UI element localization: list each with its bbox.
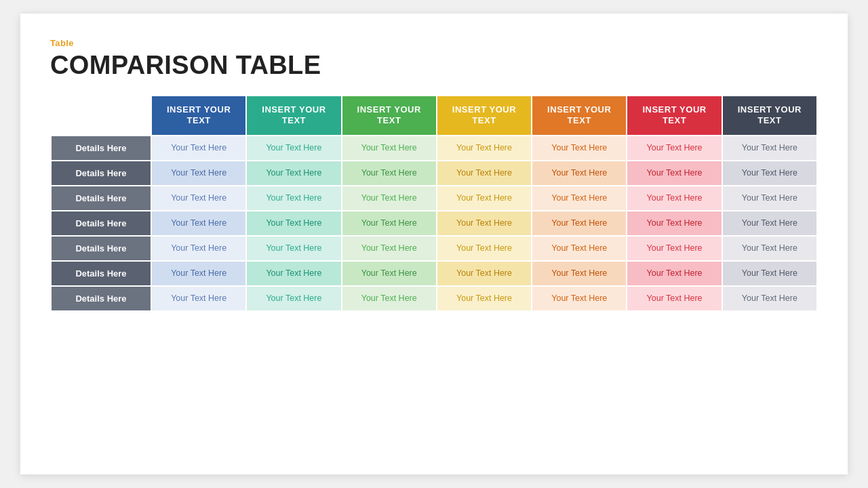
- table-cell: Your Text Here: [437, 186, 532, 211]
- header-col6: INSERT YOUR TEXT: [627, 96, 722, 136]
- table-row: Details HereYour Text HereYour Text Here…: [51, 211, 817, 236]
- header-empty: [51, 96, 151, 136]
- table-cell: Your Text Here: [532, 186, 627, 211]
- header-col1: INSERT YOUR TEXT: [151, 96, 246, 136]
- table-cell: Your Text Here: [627, 236, 722, 261]
- table-wrapper: INSERT YOUR TEXT INSERT YOUR TEXT INSERT…: [50, 95, 818, 455]
- table-cell: Your Text Here: [627, 211, 722, 236]
- row-label: Details Here: [51, 186, 151, 211]
- subtitle: Table: [50, 38, 818, 48]
- table-cell: Your Text Here: [342, 286, 437, 311]
- table-cell: Your Text Here: [246, 161, 341, 186]
- header-col4: INSERT YOUR TEXT: [437, 96, 532, 136]
- table-cell: Your Text Here: [437, 261, 532, 286]
- table-cell: Your Text Here: [151, 236, 246, 261]
- table-cell: Your Text Here: [722, 136, 817, 161]
- title: COMPARISON TABLE: [50, 51, 818, 80]
- table-cell: Your Text Here: [246, 236, 341, 261]
- header-col7: INSERT YOUR TEXT: [722, 96, 817, 136]
- table-cell: Your Text Here: [722, 186, 817, 211]
- table-row: Details HereYour Text HereYour Text Here…: [51, 136, 817, 161]
- row-label: Details Here: [51, 236, 151, 261]
- table-cell: Your Text Here: [532, 161, 627, 186]
- header-col5: INSERT YOUR TEXT: [532, 96, 627, 136]
- table-cell: Your Text Here: [246, 211, 341, 236]
- table-cell: Your Text Here: [437, 161, 532, 186]
- table-cell: Your Text Here: [532, 261, 627, 286]
- table-row: Details HereYour Text HereYour Text Here…: [51, 261, 817, 286]
- header-row: INSERT YOUR TEXT INSERT YOUR TEXT INSERT…: [51, 96, 817, 136]
- table-cell: Your Text Here: [151, 261, 246, 286]
- table-cell: Your Text Here: [342, 161, 437, 186]
- table-cell: Your Text Here: [722, 161, 817, 186]
- table-cell: Your Text Here: [342, 236, 437, 261]
- header-col2: INSERT YOUR TEXT: [246, 96, 341, 136]
- table-cell: Your Text Here: [342, 186, 437, 211]
- table-cell: Your Text Here: [151, 136, 246, 161]
- table-cell: Your Text Here: [722, 211, 817, 236]
- table-cell: Your Text Here: [151, 186, 246, 211]
- table-cell: Your Text Here: [437, 286, 532, 311]
- table-cell: Your Text Here: [437, 211, 532, 236]
- table-cell: Your Text Here: [532, 286, 627, 311]
- table-cell: Your Text Here: [532, 136, 627, 161]
- table-cell: Your Text Here: [246, 136, 341, 161]
- table-cell: Your Text Here: [151, 161, 246, 186]
- row-label: Details Here: [51, 286, 151, 311]
- row-label: Details Here: [51, 136, 151, 161]
- row-label: Details Here: [51, 161, 151, 186]
- table-cell: Your Text Here: [627, 286, 722, 311]
- row-label: Details Here: [51, 211, 151, 236]
- table-cell: Your Text Here: [437, 136, 532, 161]
- table-cell: Your Text Here: [342, 261, 437, 286]
- table-cell: Your Text Here: [342, 136, 437, 161]
- table-cell: Your Text Here: [532, 211, 627, 236]
- table-cell: Your Text Here: [151, 211, 246, 236]
- table-cell: Your Text Here: [627, 161, 722, 186]
- table-cell: Your Text Here: [342, 211, 437, 236]
- table-cell: Your Text Here: [246, 261, 341, 286]
- table-cell: Your Text Here: [722, 286, 817, 311]
- table-row: Details HereYour Text HereYour Text Here…: [51, 286, 817, 311]
- table-cell: Your Text Here: [246, 186, 341, 211]
- table-cell: Your Text Here: [151, 286, 246, 311]
- table-cell: Your Text Here: [627, 186, 722, 211]
- table-row: Details HereYour Text HereYour Text Here…: [51, 186, 817, 211]
- comparison-table: INSERT YOUR TEXT INSERT YOUR TEXT INSERT…: [50, 95, 818, 312]
- table-cell: Your Text Here: [437, 236, 532, 261]
- table-row: Details HereYour Text HereYour Text Here…: [51, 236, 817, 261]
- header-col3: INSERT YOUR TEXT: [342, 96, 437, 136]
- table-cell: Your Text Here: [722, 261, 817, 286]
- row-label: Details Here: [51, 261, 151, 286]
- table-cell: Your Text Here: [246, 286, 341, 311]
- table-cell: Your Text Here: [627, 261, 722, 286]
- table-cell: Your Text Here: [722, 236, 817, 261]
- table-cell: Your Text Here: [627, 136, 722, 161]
- slide: Table COMPARISON TABLE INSERT YOUR TEXT …: [20, 14, 848, 474]
- table-cell: Your Text Here: [532, 236, 627, 261]
- table-row: Details HereYour Text HereYour Text Here…: [51, 161, 817, 186]
